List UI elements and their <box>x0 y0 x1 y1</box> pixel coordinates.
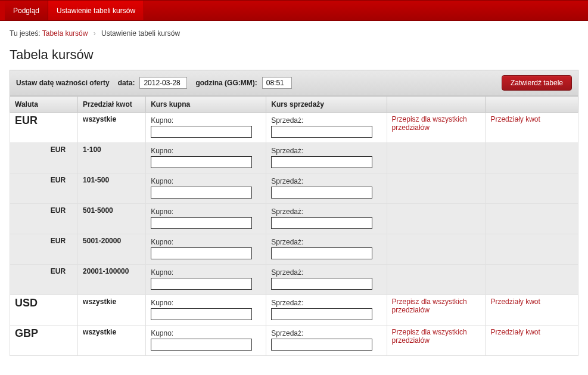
top-tab-bar: Podgląd Ustawienie tabeli kursów <box>0 0 588 21</box>
cell-sell: Sprzedaż: <box>266 265 387 295</box>
filter-label-time: godzina (GG:MM): <box>195 79 257 87</box>
link-ranges[interactable]: Przedziały kwot <box>490 328 540 336</box>
buy-label: Kupno: <box>151 268 261 277</box>
cell-action-copy: Przepisz dla wszystkich przedziałów <box>387 326 486 356</box>
cell-buy: Kupno: <box>146 265 266 295</box>
link-copy-all[interactable]: Przepisz dla wszystkich przedziałów <box>392 115 481 132</box>
cell-currency: GBP <box>10 326 78 356</box>
cell-range: 20001-100000 <box>78 265 146 295</box>
breadcrumb: Tu jesteś: Tabela kursów › Ustawienie ta… <box>0 21 588 44</box>
cell-action-copy <box>387 143 486 173</box>
cell-currency: EUR <box>10 265 78 295</box>
filter-label-main: Ustaw datę ważności oferty <box>16 79 110 87</box>
tab-podglad[interactable]: Podgląd <box>5 1 48 20</box>
cell-currency: EUR <box>10 173 78 204</box>
table-row: USDwszystkieKupno:Sprzedaż:Przepisz dla … <box>10 295 578 326</box>
cell-action-copy: Przepisz dla wszystkich przedziałów <box>387 295 486 326</box>
cell-action-copy <box>387 265 486 295</box>
table-row: EUR5001-20000Kupno:Sprzedaż: <box>10 234 578 265</box>
link-copy-all[interactable]: Przepisz dla wszystkich przedziałów <box>392 297 481 314</box>
cell-action-ranges: Przedziały kwot <box>486 326 578 356</box>
time-input[interactable] <box>262 77 292 89</box>
buy-input[interactable] <box>151 187 252 199</box>
col-header-range: Przedział kwot <box>78 97 146 113</box>
breadcrumb-current: Ustawienie tabeli kursów <box>101 29 180 38</box>
cell-action-ranges: Przedziały kwot <box>486 113 578 143</box>
cell-buy: Kupno: <box>146 326 266 356</box>
buy-label: Kupno: <box>151 116 261 125</box>
sell-input[interactable] <box>271 187 372 199</box>
cell-sell: Sprzedaż: <box>266 143 387 173</box>
cell-currency: USD <box>10 295 78 326</box>
page-title: Tabela kursów <box>10 47 578 63</box>
cell-range: 501-5000 <box>78 204 146 234</box>
sell-input[interactable] <box>271 278 372 290</box>
cell-range: 5001-20000 <box>78 234 146 265</box>
table-row: EUR501-5000Kupno:Sprzedaż: <box>10 204 578 234</box>
sell-label: Sprzedaż: <box>271 177 381 185</box>
filter-controls: Ustaw datę ważności oferty data: godzina… <box>16 77 292 89</box>
link-copy-all[interactable]: Przepisz dla wszystkich przedziałów <box>392 328 481 345</box>
cell-buy: Kupno: <box>146 234 266 265</box>
rates-table: Waluta Przedział kwot Kurs kupna Kurs sp… <box>10 96 578 356</box>
buy-input[interactable] <box>151 217 252 229</box>
sell-input[interactable] <box>271 247 372 259</box>
cell-buy: Kupno: <box>146 295 266 326</box>
buy-input[interactable] <box>151 308 252 320</box>
cell-range: wszystkie <box>78 295 146 326</box>
sell-input[interactable] <box>271 156 372 168</box>
col-header-buy: Kurs kupna <box>146 97 266 113</box>
sell-label: Sprzedaż: <box>271 329 381 337</box>
buy-label: Kupno: <box>151 238 261 246</box>
cell-sell: Sprzedaż: <box>266 173 387 204</box>
cell-sell: Sprzedaż: <box>266 234 387 265</box>
cell-action-copy <box>387 234 486 265</box>
sell-label: Sprzedaż: <box>271 238 381 246</box>
buy-input[interactable] <box>151 339 252 351</box>
sell-input[interactable] <box>271 126 372 138</box>
cell-sell: Sprzedaż: <box>266 326 387 356</box>
buy-label: Kupno: <box>151 329 261 337</box>
cell-action-ranges <box>486 234 578 265</box>
buy-input[interactable] <box>151 156 252 168</box>
table-header-row: Waluta Przedział kwot Kurs kupna Kurs sp… <box>10 97 578 113</box>
link-ranges[interactable]: Przedziały kwot <box>490 297 540 306</box>
confirm-button[interactable]: Zatwierdź tabele <box>502 75 572 91</box>
cell-action-ranges <box>486 143 578 173</box>
cell-sell: Sprzedaż: <box>266 204 387 234</box>
cell-action-copy <box>387 173 486 204</box>
cell-buy: Kupno: <box>146 143 266 173</box>
table-row: GBPwszystkieKupno:Sprzedaż:Przepisz dla … <box>10 326 578 356</box>
tab-spacer <box>0 1 5 20</box>
cell-currency: EUR <box>10 143 78 173</box>
cell-sell: Sprzedaż: <box>266 295 387 326</box>
cell-action-ranges: Przedziały kwot <box>486 295 578 326</box>
sell-input[interactable] <box>271 308 372 320</box>
sell-input[interactable] <box>271 217 372 229</box>
buy-input[interactable] <box>151 247 252 259</box>
buy-label: Kupno: <box>151 299 261 307</box>
tab-ustawienie[interactable]: Ustawienie tabeli kursów <box>48 1 144 20</box>
cell-sell: Sprzedaż: <box>266 113 387 143</box>
cell-buy: Kupno: <box>146 113 266 143</box>
col-header-action2 <box>486 97 578 113</box>
cell-action-ranges <box>486 173 578 204</box>
breadcrumb-prefix: Tu jesteś: <box>10 29 41 38</box>
buy-label: Kupno: <box>151 207 261 216</box>
cell-action-ranges <box>486 204 578 234</box>
cell-action-copy: Przepisz dla wszystkich przedziałów <box>387 113 486 143</box>
col-header-currency: Waluta <box>10 97 78 113</box>
link-ranges[interactable]: Przedziały kwot <box>490 115 540 123</box>
sell-label: Sprzedaż: <box>271 268 381 277</box>
table-row: EUR20001-100000Kupno:Sprzedaż: <box>10 265 578 295</box>
sell-input[interactable] <box>271 339 372 351</box>
date-input[interactable] <box>139 77 187 89</box>
filter-bar: Ustaw datę ważności oferty data: godzina… <box>10 70 578 96</box>
cell-range: wszystkie <box>78 326 146 356</box>
cell-range: 1-100 <box>78 143 146 173</box>
cell-currency: EUR <box>10 204 78 234</box>
buy-input[interactable] <box>151 278 252 290</box>
buy-input[interactable] <box>151 126 252 138</box>
breadcrumb-link[interactable]: Tabela kursów <box>42 29 88 38</box>
sell-label: Sprzedaż: <box>271 207 381 216</box>
